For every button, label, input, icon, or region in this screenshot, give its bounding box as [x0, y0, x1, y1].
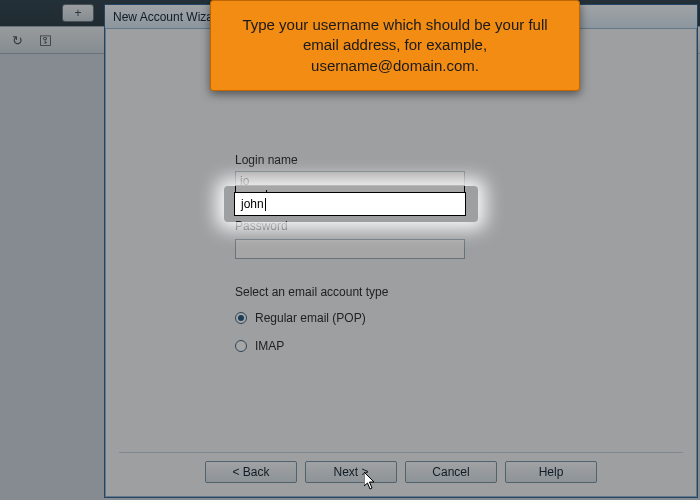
radio-imap-label: IMAP — [255, 339, 284, 353]
account-type-label: Select an email account type — [235, 285, 627, 299]
wizard-body: Login name jo john Password Select an em… — [105, 153, 697, 353]
tooltip-text: Type your username which should be your … — [242, 16, 547, 74]
plus-icon: + — [74, 6, 81, 20]
new-tab-button[interactable]: + — [62, 4, 94, 22]
reload-icon[interactable]: ↻ — [6, 30, 28, 50]
text-cursor — [265, 198, 266, 211]
login-name-value: john — [241, 197, 264, 211]
help-button[interactable]: Help — [505, 461, 597, 483]
instruction-tooltip: Type your username which should be your … — [210, 0, 580, 91]
password-label: Password — [235, 219, 627, 233]
mouse-pointer-icon — [364, 472, 378, 490]
login-name-label: Login name — [235, 153, 627, 167]
login-name-input-highlighted[interactable]: john — [234, 192, 466, 216]
back-button[interactable]: < Back — [205, 461, 297, 483]
radio-imap[interactable]: IMAP — [235, 339, 627, 353]
radio-button-icon — [235, 340, 247, 352]
password-input[interactable] — [235, 239, 465, 259]
radio-pop[interactable]: Regular email (POP) — [235, 311, 627, 325]
divider — [119, 452, 683, 453]
button-bar: < Back Next > Cancel Help — [105, 461, 697, 483]
cancel-button[interactable]: Cancel — [405, 461, 497, 483]
key-icon[interactable]: ⚿ — [34, 30, 56, 50]
radio-button-icon — [235, 312, 247, 324]
next-button[interactable]: Next > — [305, 461, 397, 483]
radio-pop-label: Regular email (POP) — [255, 311, 366, 325]
